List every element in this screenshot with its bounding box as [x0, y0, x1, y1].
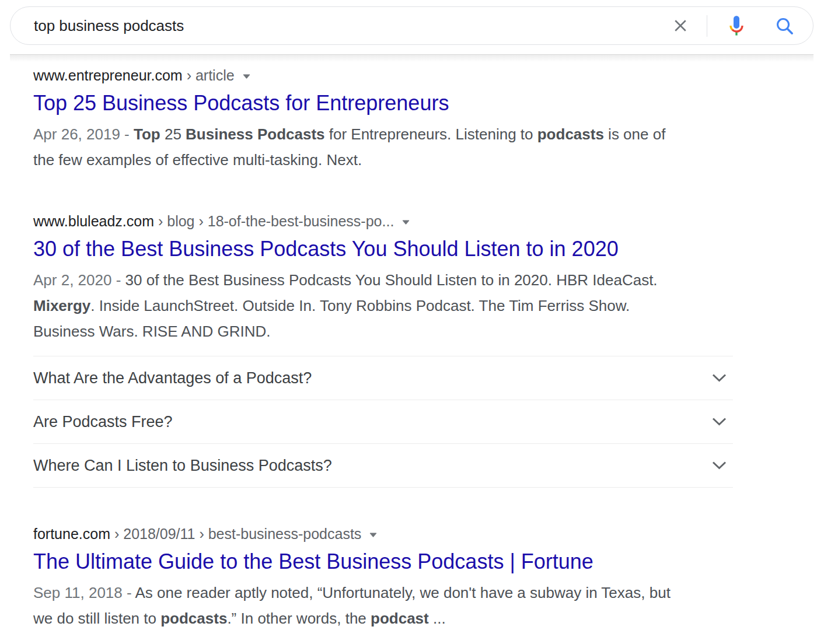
- breadcrumb-domain: www.bluleadz.com: [33, 212, 154, 230]
- breadcrumb-domain: fortune.com: [33, 525, 110, 542]
- chevron-down-icon: [712, 461, 727, 470]
- related-question-row[interactable]: Where Can I Listen to Business Podcasts?: [33, 443, 733, 487]
- search-header: [0, 0, 824, 62]
- search-button[interactable]: [775, 16, 794, 36]
- search-result: www.entrepreneur.com › article Top 25 Bu…: [33, 66, 791, 173]
- breadcrumb-path: › blog › 18-of-the-best-business-po...: [154, 212, 394, 230]
- result-options-caret-icon[interactable]: [369, 533, 377, 537]
- result-title-link[interactable]: Top 25 Business Podcasts for Entrepreneu…: [33, 90, 449, 116]
- breadcrumb[interactable]: fortune.com › 2018/09/11 › best-business…: [33, 525, 791, 542]
- clear-search-button[interactable]: [672, 17, 689, 34]
- result-title-link[interactable]: The Ultimate Guide to the Best Business …: [33, 549, 593, 575]
- breadcrumb[interactable]: www.bluleadz.com › blog › 18-of-the-best…: [33, 212, 791, 230]
- chevron-down-icon: [712, 418, 727, 426]
- related-question-text: What Are the Advantages of a Podcast?: [33, 369, 312, 387]
- result-options-caret-icon[interactable]: [402, 220, 410, 225]
- chevron-down-icon: [712, 374, 727, 382]
- search-bar-divider: [707, 15, 707, 37]
- breadcrumb[interactable]: www.entrepreneur.com › article: [33, 66, 791, 84]
- search-icon: [775, 16, 794, 36]
- related-question-text: Are Podcasts Free?: [33, 413, 173, 431]
- related-question-text: Where Can I Listen to Business Podcasts?: [33, 457, 332, 475]
- microphone-icon: [725, 14, 748, 37]
- header-divider: [10, 54, 813, 62]
- result-options-caret-icon[interactable]: [243, 74, 250, 79]
- breadcrumb-domain: www.entrepreneur.com: [33, 66, 183, 84]
- breadcrumb-path: › 2018/09/11 › best-business-podcasts: [110, 525, 361, 542]
- related-question-row[interactable]: Are Podcasts Free?: [33, 400, 733, 443]
- result-snippet: Apr 26, 2019 - Top 25 Business Podcasts …: [33, 121, 766, 173]
- search-result: fortune.com › 2018/09/11 › best-business…: [33, 525, 791, 631]
- result-snippet: Apr 2, 2020 - 30 of the Best Business Po…: [33, 267, 766, 344]
- related-question-row[interactable]: What Are the Advantages of a Podcast?: [33, 356, 733, 400]
- result-title-link[interactable]: 30 of the Best Business Podcasts You Sho…: [33, 236, 619, 262]
- search-bar[interactable]: [10, 6, 813, 45]
- related-questions: What Are the Advantages of a Podcast? Ar…: [33, 356, 733, 488]
- search-result: www.bluleadz.com › blog › 18-of-the-best…: [33, 212, 791, 344]
- result-snippet: Sep 11, 2018 - As one reader aptly noted…: [33, 580, 766, 631]
- breadcrumb-path: › article: [183, 66, 235, 84]
- close-icon: [672, 17, 689, 34]
- search-input[interactable]: [34, 17, 672, 35]
- voice-search-button[interactable]: [725, 14, 748, 37]
- search-results: www.entrepreneur.com › article Top 25 Bu…: [0, 62, 824, 631]
